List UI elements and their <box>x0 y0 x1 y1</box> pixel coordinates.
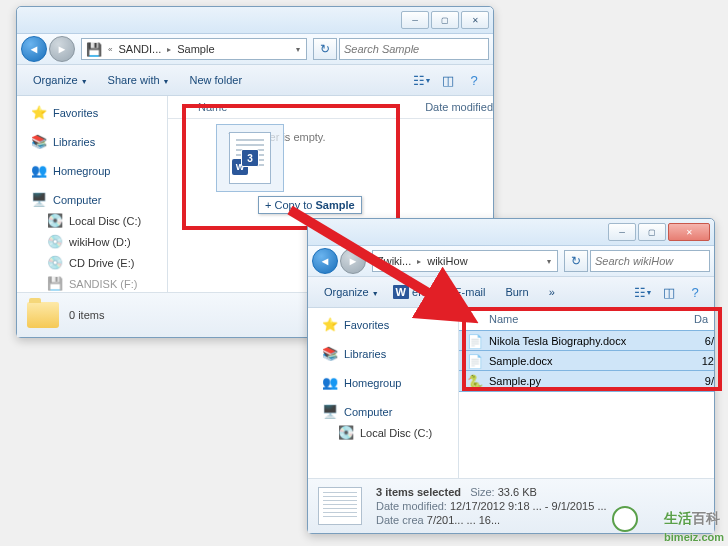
toolbar: Organize▼ Share with▼ New folder ☷▼ ◫ ? <box>17 65 493 96</box>
maximize-button[interactable]: ▢ <box>638 223 666 241</box>
file-list-area[interactable]: Name Da 📄Nikola Tesla Biography.docx6/ 📄… <box>459 308 714 478</box>
forward-button[interactable]: ► <box>49 36 75 62</box>
preview-pane-button[interactable]: ◫ <box>658 282 680 302</box>
col-name[interactable]: Name <box>198 101 425 113</box>
drag-ghost: W 3 <box>216 124 284 192</box>
libraries-icon: 📚 <box>31 134 47 150</box>
view-button[interactable]: ☷▼ <box>411 70 433 90</box>
py-icon: 🐍 <box>467 374 483 389</box>
computer-icon: 🖥️ <box>322 404 338 420</box>
watermark-icon <box>612 506 638 532</box>
address-bar[interactable]: Zwiki... ▸ wikiHow ▾ <box>372 250 558 272</box>
burn-button[interactable]: Burn <box>497 283 536 301</box>
preview-pane-button[interactable]: ◫ <box>437 70 459 90</box>
details-pane: 3 items selected Size: 33.6 KB Date modi… <box>308 478 714 533</box>
breadcrumb-seg[interactable]: wikiHow <box>427 255 467 267</box>
back-button[interactable]: ◄ <box>21 36 47 62</box>
nav-drive[interactable]: 💽Local Disc (C:) <box>308 422 458 443</box>
nav-drive[interactable]: 💾SANDISK (F:) <box>17 273 167 292</box>
star-icon: ⭐ <box>31 105 47 121</box>
homegroup-icon: 👥 <box>31 163 47 179</box>
disk-icon: 💿 <box>47 234 63 250</box>
toolbar: Organize▼ W en▼ E-mail Burn » ☷▼ ◫ ? <box>308 277 714 308</box>
disk-icon: 💽 <box>338 425 354 441</box>
drop-tooltip: + Copy to Sample <box>258 196 362 214</box>
cd-icon: 💿 <box>47 255 63 271</box>
star-icon: ⭐ <box>322 317 338 333</box>
refresh-button[interactable]: ↻ <box>313 38 337 60</box>
titlebar[interactable]: ─ ▢ ✕ <box>17 7 493 34</box>
navigation-pane[interactable]: ⭐Favorites 📚Libraries 👥Homegroup 🖥️Compu… <box>308 308 459 478</box>
open-button[interactable]: W en▼ <box>391 283 443 301</box>
navigation-pane[interactable]: ⭐Favorites 📚Libraries 👥Homegroup 🖥️Compu… <box>17 96 168 292</box>
nav-computer[interactable]: 🖥️Computer <box>308 401 458 422</box>
disk-icon: 💽 <box>47 213 63 229</box>
watermark-text: 生活百科bimeiz.com <box>664 510 724 544</box>
drag-count-badge: 3 <box>241 149 259 167</box>
refresh-button[interactable]: ↻ <box>564 250 588 272</box>
nav-homegroup[interactable]: 👥Homegroup <box>17 160 167 181</box>
organize-button[interactable]: Organize▼ <box>316 283 387 301</box>
new-folder-button[interactable]: New folder <box>182 71 251 89</box>
help-button[interactable]: ? <box>463 70 485 90</box>
maximize-button[interactable]: ▢ <box>431 11 459 29</box>
drive-icon: 💾 <box>86 41 102 57</box>
col-date[interactable]: Date modified <box>425 101 493 113</box>
search-input[interactable]: Search Sample <box>339 38 489 60</box>
nav-drive[interactable]: 💿wikiHow (D:) <box>17 231 167 252</box>
breadcrumb-seg[interactable]: Sample <box>177 43 214 55</box>
breadcrumb-seg[interactable]: Zwiki... <box>377 255 411 267</box>
column-headers[interactable]: Name Date modified <box>168 96 493 119</box>
explorer-window-wikihow[interactable]: ─ ▢ ✕ ◄ ► Zwiki... ▸ wikiHow ▾ ↻ Search … <box>307 218 715 534</box>
nav-computer[interactable]: 🖥️Computer <box>17 189 167 210</box>
address-bar[interactable]: 💾 « SANDI... ▸ Sample ▾ <box>81 38 307 60</box>
more-button[interactable]: » <box>541 283 563 301</box>
docx-icon: 📄 <box>467 354 483 369</box>
breadcrumb-seg[interactable]: SANDI... <box>118 43 161 55</box>
organize-button[interactable]: Organize▼ <box>25 71 96 89</box>
file-row[interactable]: 🐍Sample.py9/ <box>459 370 714 392</box>
nav-favorites[interactable]: ⭐Favorites <box>308 314 458 335</box>
nav-libraries[interactable]: 📚Libraries <box>17 131 167 152</box>
nav-libraries[interactable]: 📚Libraries <box>308 343 458 364</box>
close-button[interactable]: ✕ <box>668 223 710 241</box>
view-button[interactable]: ☷▼ <box>632 282 654 302</box>
item-count: 0 items <box>69 309 104 321</box>
nav-drive[interactable]: 💿CD Drive (E:) <box>17 252 167 273</box>
selection-title: 3 items selected <box>376 486 461 498</box>
homegroup-icon: 👥 <box>322 375 338 391</box>
file-row[interactable]: 📄Sample.docx12 <box>459 350 714 372</box>
usb-icon: 💾 <box>47 276 63 292</box>
folder-icon <box>27 302 59 328</box>
nav-homegroup[interactable]: 👥Homegroup <box>308 372 458 393</box>
file-row[interactable]: 📄Nikola Tesla Biography.docx6/ <box>459 330 714 352</box>
col-name[interactable]: Name <box>489 313 694 325</box>
nav-bar: ◄ ► 💾 « SANDI... ▸ Sample ▾ ↻ Search Sam… <box>17 34 493 65</box>
help-button[interactable]: ? <box>684 282 706 302</box>
search-input[interactable]: Search wikiHow <box>590 250 710 272</box>
nav-drive[interactable]: 💽Local Disc (C:) <box>17 210 167 231</box>
close-button[interactable]: ✕ <box>461 11 489 29</box>
forward-button[interactable]: ► <box>340 248 366 274</box>
back-button[interactable]: ◄ <box>312 248 338 274</box>
nav-bar: ◄ ► Zwiki... ▸ wikiHow ▾ ↻ Search wikiHo… <box>308 246 714 277</box>
share-with-button[interactable]: Share with▼ <box>100 71 178 89</box>
selection-thumbnail <box>318 487 362 525</box>
email-button[interactable]: E-mail <box>446 283 493 301</box>
titlebar[interactable]: ─ ▢ ✕ <box>308 219 714 246</box>
minimize-button[interactable]: ─ <box>608 223 636 241</box>
column-headers[interactable]: Name Da <box>459 308 714 331</box>
computer-icon: 🖥️ <box>31 192 47 208</box>
docx-icon: 📄 <box>467 334 483 349</box>
col-date[interactable]: Da <box>694 313 714 325</box>
minimize-button[interactable]: ─ <box>401 11 429 29</box>
nav-favorites[interactable]: ⭐Favorites <box>17 102 167 123</box>
libraries-icon: 📚 <box>322 346 338 362</box>
